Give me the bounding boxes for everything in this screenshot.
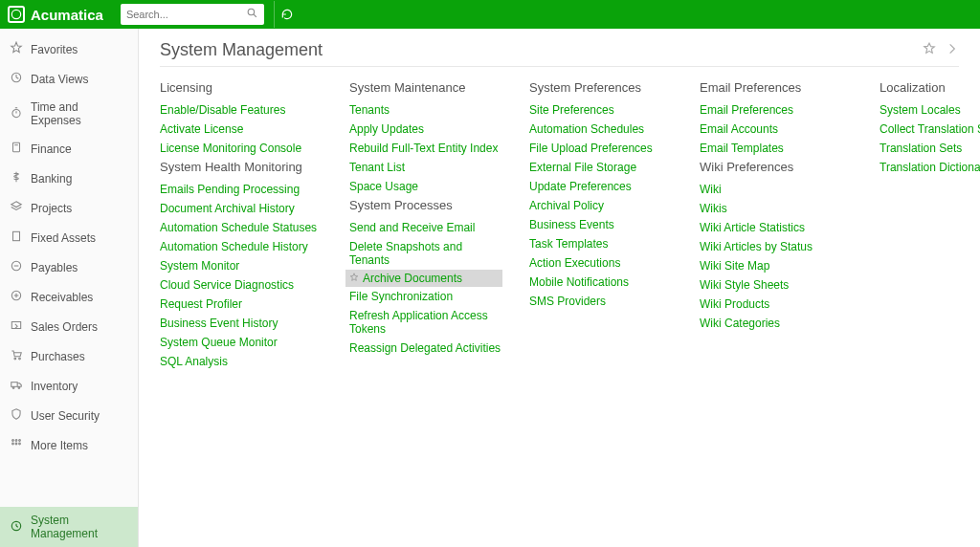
workspace-link[interactable]: Task Templates [529,234,673,253]
workspace-link[interactable]: Enable/Disable Features [160,100,323,120]
sidebar-item-time-and-expenses[interactable]: Time and Expenses [0,94,138,134]
search-input[interactable] [126,9,246,20]
workspace-link[interactable]: Site Preferences [529,100,673,120]
sidebar-item-system-management[interactable]: System Management [0,507,138,547]
workspace-link[interactable]: Wiki Products [700,295,853,314]
workspace-link[interactable]: Wiki Style Sheets [700,275,853,295]
workspace-link[interactable]: External File Storage [529,158,673,177]
sidebar-item-label: System Management [31,514,128,540]
workspace-link[interactable]: Send and Receive Email [349,218,502,237]
svg-point-27 [15,440,17,442]
workspace-link[interactable]: Action Executions [529,253,673,273]
workspace-link[interactable]: Collect Translation Sets [880,120,980,139]
workspace-link[interactable]: System Queue Monitor [160,333,323,352]
workspace-link[interactable]: Wiki Articles by Status [700,237,853,256]
sidebar-item-receivables[interactable]: Receivables [0,282,138,312]
workspace-link[interactable]: Email Accounts [700,120,853,139]
workspace-link[interactable]: Document Archival History [160,199,323,218]
workspace-link[interactable]: Wiki Article Statistics [700,218,853,237]
section-title: System Preferences [529,80,673,95]
workspace-link[interactable]: File Upload Preferences [529,139,673,158]
workspace-link[interactable]: Tenant List [349,158,502,177]
refresh-button[interactable] [274,1,301,28]
workspace-link[interactable]: File Synchronization [349,287,502,306]
svg-point-25 [18,387,20,389]
grid-icon [10,437,23,453]
workspace-link[interactable]: Archive Documents [363,272,462,285]
workspace-link[interactable]: Rebuild Full-Text Entity Index [349,139,502,158]
collapse-icon[interactable] [946,42,959,58]
sidebar-item-label: Favorites [31,43,78,56]
workspace-link[interactable]: Automation Schedule History [160,237,323,256]
workspace-link[interactable]: Translation Sets [880,139,980,158]
layers-icon [10,200,23,216]
sidebar-item-fixed-assets[interactable]: Fixed Assets [0,223,138,252]
workspace-link[interactable]: System Locales [880,100,980,120]
workspace-link[interactable]: Mobile Notifications [529,273,673,292]
sidebar-item-label: Sales Orders [31,320,98,334]
workspace-link[interactable]: Emails Pending Processing [160,180,323,199]
search-icon[interactable] [246,7,258,22]
pin-icon[interactable] [923,42,936,58]
column-1: System MaintenanceTenantsApply UpdatesRe… [349,78,502,371]
workspace-link[interactable]: Tenants [349,100,502,120]
building-icon [10,230,23,246]
link-row-highlighted[interactable]: Archive Documents [345,270,502,287]
workspace-link[interactable]: Wikis [700,199,853,218]
workspace-link[interactable]: Delete Snapshots and Tenants [349,237,502,270]
svg-line-5 [16,77,18,78]
sidebar-item-label: User Security [31,409,100,423]
workspace-link[interactable]: Activate License [160,120,323,139]
main-content: System Management LicensingEnable/Disabl… [139,29,980,547]
sidebar-item-inventory[interactable]: Inventory [0,371,138,401]
workspace-link[interactable]: Automation Schedule Statuses [160,218,323,237]
sidebar-item-user-security[interactable]: User Security [0,401,138,430]
sidebar-item-banking[interactable]: Banking [0,164,138,193]
star-icon[interactable] [349,272,359,285]
svg-point-22 [19,358,21,360]
sidebar-item-label: Time and Expenses [31,100,128,127]
page-header: System Management [160,40,959,67]
workspace-link[interactable]: Archival Policy [529,196,673,215]
sidebar-item-projects[interactable]: Projects [0,193,138,223]
workspace-link[interactable]: Wiki [700,180,853,199]
workspace-link[interactable]: Email Templates [700,139,853,158]
cart-icon [10,348,23,364]
sidebar-item-favorites[interactable]: Favorites [0,34,138,64]
workspace-link[interactable]: SQL Analysis [160,352,323,371]
workspace-link[interactable]: Business Events [529,215,673,234]
sidebar-item-more-items[interactable]: More Items [0,430,138,460]
workspace-link[interactable]: Email Preferences [700,100,853,120]
column-0: LicensingEnable/Disable FeaturesActivate… [160,78,323,371]
sidebar-item-finance[interactable]: Finance [0,134,138,164]
workspace-link[interactable]: Wiki Site Map [700,256,853,275]
search-box[interactable] [121,4,264,25]
workspace-link[interactable]: Cloud Service Diagnostics [160,275,323,295]
svg-rect-9 [13,142,20,151]
column-3: Email PreferencesEmail PreferencesEmail … [700,78,853,371]
gear-clock-icon [10,519,23,536]
svg-point-28 [19,440,21,442]
workspace-link[interactable]: License Monitoring Console [160,139,323,158]
sidebar-item-label: Inventory [31,380,78,393]
svg-line-34 [16,526,18,527]
workspace-link[interactable]: System Monitor [160,256,323,275]
workspace-link[interactable]: SMS Providers [529,292,673,311]
workspace-link[interactable]: Space Usage [349,177,502,196]
workspace-link[interactable]: Request Profiler [160,295,323,314]
workspace-link[interactable]: Automation Schedules [529,120,673,139]
sidebar-item-purchases[interactable]: Purchases [0,341,138,371]
workspace-link[interactable]: Update Preferences [529,177,673,196]
sidebar-item-label: Payables [31,261,78,274]
sidebar-item-payables[interactable]: Payables [0,252,138,282]
workspace-link[interactable]: Refresh Application Access Tokens [349,306,502,339]
sidebar-item-label: Banking [31,172,72,186]
sidebar-item-sales-orders[interactable]: Sales Orders [0,312,138,341]
logo-icon [8,6,25,23]
workspace-link[interactable]: Wiki Categories [700,314,853,333]
sidebar-item-data-views[interactable]: Data Views [0,64,138,94]
workspace-link[interactable]: Translation Dictionaries [880,158,980,177]
workspace-link[interactable]: Reassign Delegated Activities [349,339,502,358]
workspace-link[interactable]: Business Event History [160,314,323,333]
workspace-link[interactable]: Apply Updates [349,120,502,139]
